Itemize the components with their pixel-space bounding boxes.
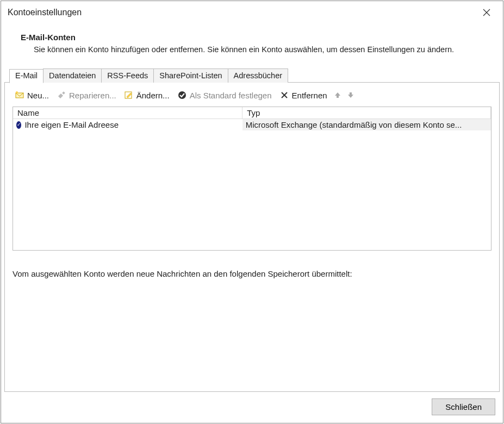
set-default-label: Als Standard festlegen xyxy=(190,91,272,100)
accounts-table: Name Typ Ihre eigen E-Mail Adreese Micro… xyxy=(13,107,491,130)
svg-rect-4 xyxy=(62,91,65,95)
svg-marker-10 xyxy=(348,92,353,98)
header-description: Sie können ein Konto hinzufügen oder ent… xyxy=(21,44,492,55)
remove-button[interactable]: Entfernen xyxy=(277,89,329,101)
repair-icon xyxy=(57,90,66,100)
account-type: Microsoft Exchange (standardmäßig von di… xyxy=(242,119,491,131)
move-up-button[interactable] xyxy=(333,90,343,100)
check-circle-icon xyxy=(177,90,187,100)
tab-strip: E-Mail Datendateien RSS-Feeds SharePoint… xyxy=(9,68,288,83)
button-bar: Schließen xyxy=(1,393,503,423)
move-down-button[interactable] xyxy=(346,90,356,100)
tab-datafiles[interactable]: Datendateien xyxy=(43,68,102,83)
svg-point-6 xyxy=(178,91,186,99)
new-button[interactable]: Neu... xyxy=(13,89,51,101)
close-icon xyxy=(483,9,490,16)
tab-rss[interactable]: RSS-Feeds xyxy=(101,68,154,83)
tab-panel: E-Mail Datendateien RSS-Feeds SharePoint… xyxy=(4,82,500,392)
column-type[interactable]: Typ xyxy=(242,107,491,119)
change-button[interactable]: Ändern... xyxy=(122,89,172,101)
svg-marker-9 xyxy=(335,92,340,98)
arrow-up-icon xyxy=(334,91,341,99)
remove-label: Entfernen xyxy=(292,91,327,100)
default-account-icon xyxy=(16,121,21,129)
arrow-down-icon xyxy=(347,91,354,99)
header-block: E-Mail-Konten Sie können ein Konto hinzu… xyxy=(1,23,503,55)
tab-addressbooks[interactable]: Adressbücher xyxy=(228,68,288,83)
title-bar: Kontoeinstellungen xyxy=(1,1,503,23)
toolbar: Neu... Reparieren... Ändern... Als Stand… xyxy=(5,89,499,107)
account-settings-dialog: Kontoeinstellungen E-Mail-Konten Sie kön… xyxy=(1,1,503,423)
tab-email[interactable]: E-Mail xyxy=(9,69,43,83)
table-row[interactable]: Ihre eigen E-Mail Adreese Microsoft Exch… xyxy=(13,119,491,131)
remove-icon xyxy=(279,90,289,100)
new-label: Neu... xyxy=(27,91,49,100)
column-name[interactable]: Name xyxy=(13,107,242,119)
close-dialog-button[interactable]: Schließen xyxy=(432,398,495,415)
dialog-title: Kontoeinstellungen xyxy=(8,8,82,17)
delivery-location-text: Vom ausgewählten Konto werden neue Nachr… xyxy=(5,251,499,278)
tab-sharepoint[interactable]: SharePoint-Listen xyxy=(153,68,228,83)
close-button[interactable] xyxy=(476,4,497,21)
repair-button[interactable]: Reparieren... xyxy=(54,89,119,101)
account-name: Ihre eigen E-Mail Adreese xyxy=(24,120,119,129)
accounts-table-container: Name Typ Ihre eigen E-Mail Adreese Micro… xyxy=(13,107,491,251)
change-icon xyxy=(124,90,134,100)
repair-label: Reparieren... xyxy=(69,91,116,100)
change-label: Ändern... xyxy=(136,91,170,100)
header-title: E-Mail-Konten xyxy=(21,33,492,42)
new-icon xyxy=(15,90,24,100)
set-default-button[interactable]: Als Standard festlegen xyxy=(175,89,274,101)
svg-point-3 xyxy=(16,91,18,93)
